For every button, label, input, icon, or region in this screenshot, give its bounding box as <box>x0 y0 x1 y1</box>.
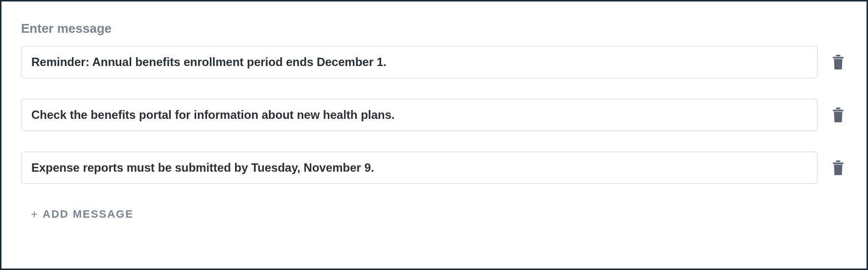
add-message-label: ADD MESSAGE <box>43 208 134 221</box>
message-editor-panel: Enter message <box>0 0 868 270</box>
enter-message-label: Enter message <box>21 21 847 36</box>
trash-icon <box>832 55 845 69</box>
svg-rect-5 <box>836 160 841 162</box>
delete-message-button[interactable] <box>829 159 847 177</box>
messages-list <box>21 46 847 184</box>
message-input[interactable] <box>21 46 818 78</box>
message-row <box>21 152 847 184</box>
svg-rect-4 <box>833 162 843 164</box>
message-input[interactable] <box>21 152 818 184</box>
add-message-row: + ADD MESSAGE <box>21 207 847 221</box>
svg-rect-1 <box>836 55 841 56</box>
message-row <box>21 99 847 131</box>
svg-rect-0 <box>833 57 843 58</box>
message-row <box>21 46 847 78</box>
svg-rect-3 <box>836 108 841 109</box>
delete-message-button[interactable] <box>829 106 847 124</box>
svg-rect-2 <box>833 110 843 111</box>
message-input[interactable] <box>21 99 818 131</box>
trash-icon <box>832 108 845 122</box>
trash-icon <box>832 160 845 175</box>
plus-icon: + <box>31 207 39 221</box>
add-message-button[interactable]: + ADD MESSAGE <box>31 207 134 221</box>
delete-message-button[interactable] <box>829 53 847 71</box>
